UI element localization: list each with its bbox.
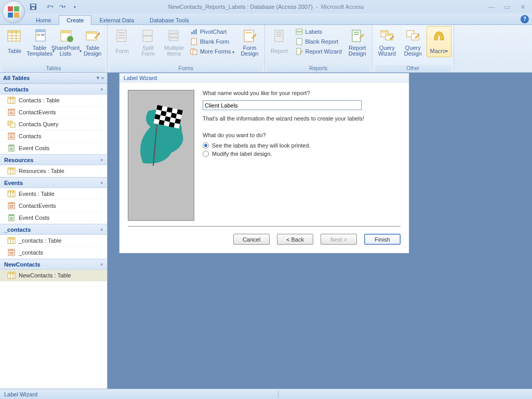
svg-rect-38 <box>244 30 254 42</box>
svg-rect-26 <box>118 37 125 38</box>
tab-home[interactable]: Home <box>28 15 59 25</box>
ribbon-group-other: Query Wizard Query Design Macro Other <box>373 25 454 72</box>
cancel-button[interactable]: Cancel <box>233 234 270 245</box>
svg-rect-89 <box>9 207 14 208</box>
label-wizard-dialog: Label Wizard <box>119 73 409 254</box>
help-button[interactable]: ? <box>521 15 529 23</box>
blank-report-button[interactable]: Blank Report <box>293 37 344 46</box>
report-button[interactable]: Report <box>267 26 292 57</box>
nav-item[interactable]: ContactEvents <box>0 107 107 118</box>
finish-button[interactable]: Finish <box>364 234 401 245</box>
nav-item[interactable]: ContactEvents <box>0 200 107 212</box>
svg-rect-47 <box>297 48 301 55</box>
nav-item[interactable]: Resources : Table <box>0 165 107 177</box>
svg-rect-42 <box>276 34 282 35</box>
nav-header[interactable]: All Tables ▼« <box>0 73 107 84</box>
nav-group-header[interactable]: _contacts» <box>0 224 107 235</box>
sharepoint-lists-button[interactable]: SharePoint Lists <box>54 26 79 57</box>
svg-rect-44 <box>296 29 302 31</box>
close-button[interactable]: ✕ <box>517 3 528 11</box>
qat-customize[interactable]: ▾ <box>70 2 80 12</box>
redo-button[interactable]: ↷▾ <box>57 2 68 12</box>
svg-rect-87 <box>8 203 15 204</box>
query-wizard-button[interactable]: Query Wizard <box>375 26 400 57</box>
svg-rect-21 <box>86 32 97 34</box>
maximize-button[interactable]: ▭ <box>502 3 512 11</box>
nav-item[interactable]: Events : Table <box>0 188 107 200</box>
svg-rect-34 <box>195 29 197 34</box>
group-label-reports: Reports <box>267 65 370 72</box>
report-design-button[interactable]: Report Design <box>345 26 370 57</box>
wizard-title: Label Wizard <box>119 73 409 83</box>
nav-group-header[interactable]: Events» <box>0 177 107 188</box>
save-icon[interactable] <box>28 2 38 12</box>
svg-rect-72 <box>9 137 14 138</box>
split-form-button[interactable]: Split Form <box>136 26 161 57</box>
svg-rect-71 <box>9 136 14 137</box>
svg-rect-101 <box>9 252 14 253</box>
svg-rect-94 <box>10 219 13 220</box>
query-design-button[interactable]: Query Design <box>401 26 425 57</box>
form-design-button[interactable]: Form Design <box>237 26 262 57</box>
nav-item-label: Contacts Query <box>19 121 58 127</box>
ribbon-group-tables: Table Table Templates SharePoint Lists T… <box>0 25 108 72</box>
nav-item-label: _contacts <box>19 249 43 256</box>
table-button[interactable]: Table <box>2 26 27 57</box>
table-design-button[interactable]: Table Design <box>80 26 105 57</box>
nav-collapse-icon[interactable]: « <box>101 75 104 81</box>
radio-preview[interactable]: See the labels as they will look printed… <box>203 142 401 149</box>
svg-rect-83 <box>8 191 15 193</box>
macro-button[interactable]: Macro <box>427 26 451 57</box>
form-icon <box>7 249 16 256</box>
office-button[interactable] <box>2 1 25 23</box>
svg-rect-33 <box>193 30 195 34</box>
status-text: Label Wizard <box>4 391 37 397</box>
svg-rect-54 <box>385 34 393 36</box>
svg-rect-27 <box>143 30 152 35</box>
multiple-items-button[interactable]: Multiple Items <box>162 26 187 57</box>
back-button[interactable]: < Back <box>277 234 313 245</box>
nav-item-label: Contacts <box>19 133 41 139</box>
svg-rect-24 <box>118 32 125 33</box>
tab-create[interactable]: Create <box>59 15 91 25</box>
undo-button[interactable]: ↶▾ <box>45 2 55 12</box>
svg-rect-49 <box>354 32 359 33</box>
nav-item[interactable]: _contacts : Table <box>0 235 107 247</box>
tab-external-data[interactable]: External Data <box>91 15 142 25</box>
nav-item[interactable]: Contacts <box>0 130 107 142</box>
svg-rect-64 <box>9 113 14 114</box>
svg-rect-74 <box>9 145 14 147</box>
wizard-question-2: What do you want to do? <box>203 132 401 138</box>
pivotchart-button[interactable]: PivotChart <box>188 27 236 36</box>
nav-group-header[interactable]: Resources» <box>0 154 107 165</box>
nav-item[interactable]: Contacts : Table <box>0 95 107 107</box>
nav-item[interactable]: Contacts Query <box>0 118 107 130</box>
radio-preview-label: See the labels as they will look printed… <box>212 142 311 149</box>
form-button[interactable]: Form <box>110 26 135 57</box>
svg-rect-88 <box>9 205 14 206</box>
svg-rect-16 <box>41 34 44 36</box>
table-icon <box>7 237 16 244</box>
labels-button[interactable]: Labels <box>293 27 344 36</box>
more-forms-button[interactable]: More Forms <box>188 47 236 56</box>
blank-form-button[interactable]: Blank Form <box>188 37 236 46</box>
nav-dropdown-icon[interactable]: ▼ <box>96 75 100 81</box>
nav-item[interactable]: Event Costs <box>0 142 107 154</box>
nav-group-header[interactable]: Contacts» <box>0 84 107 95</box>
radio-modify[interactable]: Modify the label design. <box>203 151 401 157</box>
nav-item[interactable]: _contacts <box>0 247 107 259</box>
svg-rect-50 <box>354 34 359 35</box>
ribbon-group-forms: Form Split Form Multiple Items PivotChar… <box>108 25 265 72</box>
svg-rect-100 <box>8 249 15 251</box>
svg-rect-15 <box>37 34 40 36</box>
tab-database-tools[interactable]: Database Tools <box>142 15 197 25</box>
svg-rect-28 <box>143 36 152 42</box>
svg-rect-0 <box>8 6 13 11</box>
nav-item[interactable]: NewContacts : Table <box>0 270 107 282</box>
nav-group-header[interactable]: NewContacts» <box>0 259 107 270</box>
report-wizard-button[interactable]: Report Wizard <box>293 47 344 56</box>
report-name-input[interactable] <box>203 100 362 110</box>
minimize-button[interactable]: — <box>486 3 497 11</box>
nav-item[interactable]: Event Costs <box>0 212 107 224</box>
table-templates-button[interactable]: Table Templates <box>28 26 53 57</box>
